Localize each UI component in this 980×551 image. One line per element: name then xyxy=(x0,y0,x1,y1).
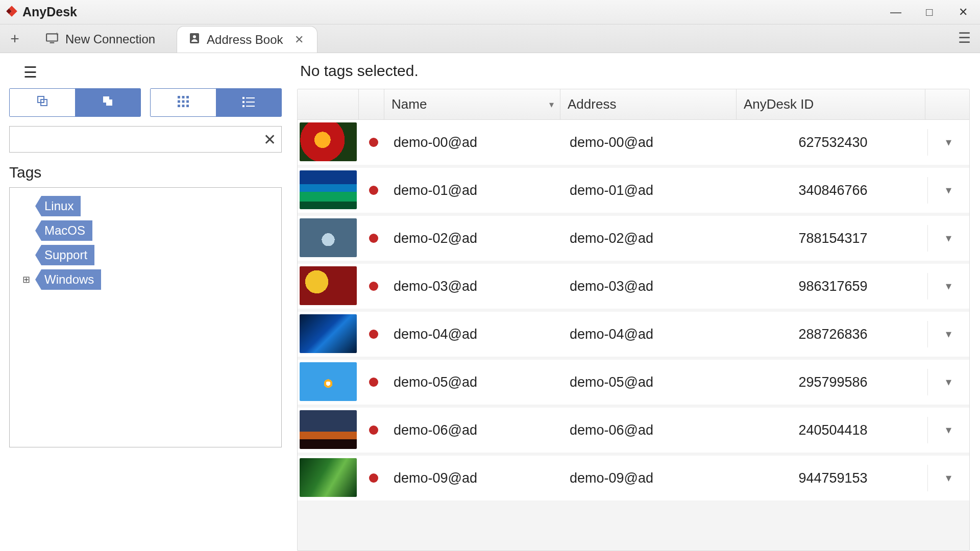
tab-close-button[interactable]: ✕ xyxy=(295,33,304,46)
svg-rect-14 xyxy=(186,100,189,103)
table-row[interactable]: demo-04@addemo-04@ad288726836▾ xyxy=(298,312,969,360)
status-cell xyxy=(361,473,386,483)
row-actions-button[interactable]: ▾ xyxy=(946,136,951,149)
row-actions-button[interactable]: ▾ xyxy=(946,375,951,389)
entry-name: demo-02@ad xyxy=(386,231,562,246)
overlap-squares-filled-icon xyxy=(102,95,114,111)
status-cell xyxy=(361,282,386,291)
entry-address: demo-05@ad xyxy=(562,374,739,390)
status-offline-icon xyxy=(369,425,378,435)
table-row[interactable]: demo-09@addemo-09@ad944759153▾ xyxy=(298,456,969,504)
entry-address: demo-03@ad xyxy=(562,279,739,294)
svg-rect-17 xyxy=(186,105,189,107)
column-header-name[interactable]: Name▾ xyxy=(384,89,560,119)
window-maximize-button[interactable]: □ xyxy=(913,0,946,24)
row-actions-button[interactable]: ▾ xyxy=(946,232,951,245)
tag-chip: Support xyxy=(35,245,94,265)
status-cell xyxy=(361,138,386,147)
tab-label: Address Book xyxy=(207,33,283,47)
list-icon xyxy=(242,95,255,111)
status-cell xyxy=(361,186,386,195)
sidebar-menu-button[interactable]: ☰ xyxy=(23,63,282,81)
entry-anydesk-id: 288726836 xyxy=(739,327,927,342)
view-list-button[interactable] xyxy=(216,89,281,116)
tab-new-connection[interactable]: + New Connection xyxy=(35,26,168,53)
svg-rect-18 xyxy=(242,97,244,99)
window-close-button[interactable]: ✕ xyxy=(946,0,980,24)
tag-chip: Windows xyxy=(35,269,101,290)
sidebar: ☰ ✕ Tags xyxy=(0,53,291,551)
entry-address: demo-09@ad xyxy=(562,470,739,486)
tab-address-book[interactable]: Address Book ✕ xyxy=(177,26,317,53)
table-row[interactable]: demo-02@addemo-02@ad788154317▾ xyxy=(298,216,969,264)
expand-icon[interactable]: ⊞ xyxy=(21,274,31,285)
entry-thumbnail xyxy=(300,218,361,258)
entry-anydesk-id: 788154317 xyxy=(739,231,927,246)
entry-thumbnail xyxy=(300,458,361,498)
sort-caret-icon: ▾ xyxy=(549,99,554,110)
main-panel: No tags selected. Name▾ Address AnyDesk … xyxy=(291,53,980,551)
entry-name: demo-09@ad xyxy=(386,470,562,486)
overlap-squares-icon xyxy=(36,95,48,111)
row-actions-button[interactable]: ▾ xyxy=(946,423,951,437)
tab-label: New Connection xyxy=(65,32,155,46)
status-offline-icon xyxy=(369,378,378,387)
svg-rect-1 xyxy=(50,42,55,43)
status-offline-icon xyxy=(369,234,378,243)
table-row[interactable]: demo-01@addemo-01@ad340846766▾ xyxy=(298,168,969,216)
entry-anydesk-id: 627532430 xyxy=(739,135,927,151)
entry-thumbnail xyxy=(300,122,361,162)
window-minimize-button[interactable]: — xyxy=(879,0,913,24)
entry-address: demo-06@ad xyxy=(562,422,739,438)
entry-thumbnail xyxy=(300,362,361,402)
window-titlebar: AnyDesk — □ ✕ xyxy=(0,0,980,24)
row-actions-button[interactable]: ▾ xyxy=(946,184,951,197)
table-row[interactable]: demo-06@addemo-06@ad240504418▾ xyxy=(298,408,969,456)
tag-item[interactable]: Support xyxy=(21,245,276,265)
status-offline-icon xyxy=(369,282,378,291)
tag-item[interactable]: Linux xyxy=(21,196,276,216)
tag-filter-box: ✕ xyxy=(9,126,282,153)
row-actions-button[interactable]: ▾ xyxy=(946,328,951,341)
app-logo-icon xyxy=(5,5,18,20)
tag-chip: Linux xyxy=(35,196,81,216)
entry-name: demo-00@ad xyxy=(386,135,562,151)
column-header-anydesk-id[interactable]: AnyDesk ID xyxy=(737,89,925,119)
online-filter-toggle xyxy=(9,88,141,117)
svg-rect-12 xyxy=(178,100,180,103)
new-tab-button[interactable]: + xyxy=(3,27,27,51)
app-menu-button[interactable]: ☰ xyxy=(958,30,971,46)
entry-name: demo-03@ad xyxy=(386,279,562,294)
view-grid-button[interactable] xyxy=(151,89,216,116)
entry-anydesk-id: 295799586 xyxy=(739,374,927,390)
address-grid: Name▾ Address AnyDesk ID demo-00@addemo-… xyxy=(297,89,970,551)
entry-name: demo-01@ad xyxy=(386,183,562,198)
column-header-address[interactable]: Address xyxy=(560,89,737,119)
row-actions-button[interactable]: ▾ xyxy=(946,471,951,485)
tag-item[interactable]: MacOS xyxy=(21,220,276,241)
tab-strip: + + New Connection Address Book ✕ ☰ xyxy=(0,24,980,53)
table-row[interactable]: demo-05@addemo-05@ad295799586▾ xyxy=(298,360,969,408)
table-row[interactable]: demo-00@addemo-00@ad627532430▾ xyxy=(298,120,969,168)
status-offline-icon xyxy=(369,330,378,339)
table-row[interactable]: demo-03@addemo-03@ad986317659▾ xyxy=(298,264,969,312)
filter-online-button[interactable] xyxy=(75,89,140,116)
entry-name: demo-04@ad xyxy=(386,327,562,342)
entry-thumbnail xyxy=(300,314,361,354)
status-offline-icon xyxy=(369,186,378,195)
tag-filter-input[interactable] xyxy=(15,133,263,146)
svg-rect-8 xyxy=(106,99,112,106)
filter-all-button[interactable] xyxy=(10,89,75,116)
entry-address: demo-01@ad xyxy=(562,183,739,198)
clear-filter-button[interactable]: ✕ xyxy=(263,131,276,148)
entry-thumbnail xyxy=(300,410,361,450)
entry-anydesk-id: 340846766 xyxy=(739,183,927,198)
tag-item[interactable]: ⊞Windows xyxy=(21,269,276,290)
tags-heading: Tags xyxy=(9,164,282,181)
svg-rect-16 xyxy=(182,105,185,107)
tags-tree: Linux MacOS Support ⊞Windows xyxy=(9,187,282,447)
tag-chip: MacOS xyxy=(35,220,92,241)
entry-anydesk-id: 944759153 xyxy=(739,470,927,486)
svg-text:+: + xyxy=(55,32,58,37)
row-actions-button[interactable]: ▾ xyxy=(946,280,951,293)
